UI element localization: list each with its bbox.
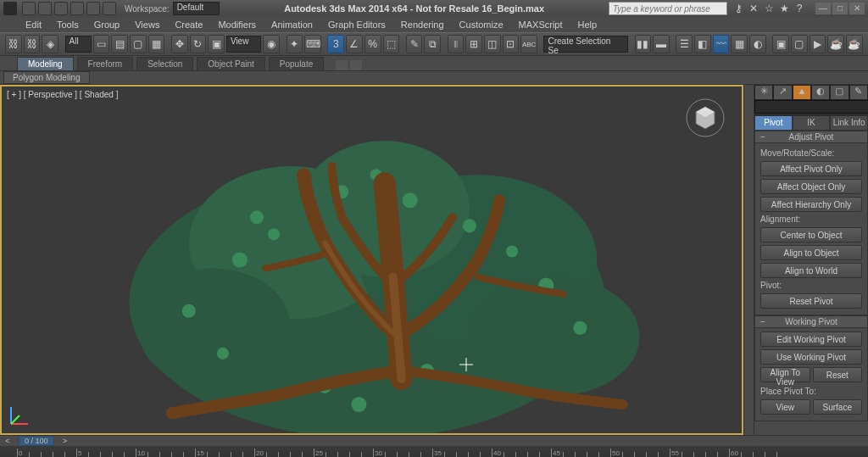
modify-tab-icon[interactable]: ↗ xyxy=(773,85,792,100)
edit-named-sel-icon[interactable]: ✎ xyxy=(406,35,423,53)
tab-modeling[interactable]: Modeling xyxy=(17,57,74,70)
panel-polygon-modeling[interactable]: Polygon Modeling xyxy=(3,71,90,84)
current-frame[interactable]: 0 / 100 xyxy=(19,436,54,446)
material-editor-icon[interactable]: ◐ xyxy=(749,35,766,53)
graphite-icon[interactable]: ◧ xyxy=(694,35,711,53)
render-prod-icon[interactable]: ▶ xyxy=(810,35,826,53)
tool-icon[interactable]: ✕ xyxy=(748,3,760,14)
new-icon[interactable] xyxy=(22,2,36,15)
object-name-input[interactable] xyxy=(754,100,868,114)
render-frame-icon[interactable]: ▢ xyxy=(791,35,808,53)
tab-populate[interactable]: Populate xyxy=(269,57,324,70)
redo-icon[interactable] xyxy=(86,2,100,15)
motion-tab-icon[interactable]: ◐ xyxy=(811,85,830,100)
rotate-icon[interactable]: ↻ xyxy=(190,35,207,53)
viewport-scrollbar[interactable] xyxy=(743,85,754,435)
project-icon[interactable] xyxy=(103,2,116,15)
keyboard-shortcut-icon[interactable]: ⌨ xyxy=(304,35,321,53)
undo-icon[interactable] xyxy=(70,2,84,15)
subtab-ik[interactable]: IK xyxy=(793,115,831,131)
reset-pivot-button[interactable]: Reset Pivot xyxy=(760,293,862,309)
time-slider-row[interactable]: < 0 / 100 > xyxy=(0,436,868,446)
abc-icon[interactable]: ABC xyxy=(520,35,537,53)
place-pivot-surface-button[interactable]: Surface xyxy=(813,399,863,415)
ribbon-opt-icon[interactable] xyxy=(350,60,362,70)
viewcube-icon[interactable] xyxy=(684,97,726,139)
percent-snap-icon[interactable]: % xyxy=(364,35,381,53)
ribbon-min-icon[interactable] xyxy=(336,60,348,70)
scale-icon[interactable]: ▣ xyxy=(208,35,225,53)
select-region-icon[interactable]: ▢ xyxy=(130,35,147,53)
favorite-icon[interactable]: ★ xyxy=(778,3,790,14)
teapot2-icon[interactable]: ☕ xyxy=(846,35,863,53)
track-bar[interactable]: 051015202530354045505560 xyxy=(0,446,868,457)
move-icon[interactable]: ✥ xyxy=(171,35,188,53)
link-icon[interactable]: ⛓ xyxy=(5,35,22,53)
utilities-tab-icon[interactable]: ✎ xyxy=(849,85,868,100)
menu-group[interactable]: Group xyxy=(94,20,120,30)
prev-frame-icon[interactable]: < xyxy=(3,437,12,445)
quick-align-icon[interactable]: ⊞ xyxy=(465,35,482,53)
app-logo-icon[interactable] xyxy=(3,2,17,15)
ref-coord-select[interactable]: View xyxy=(226,36,262,53)
reset-button[interactable]: Reset xyxy=(813,367,863,382)
close-button[interactable]: ✕ xyxy=(849,3,865,14)
affect-hierarchy-only-button[interactable]: Affect Hierarchy Only xyxy=(760,197,862,212)
center-to-object-button[interactable]: Center to Object xyxy=(760,227,862,242)
menu-views[interactable]: Views xyxy=(135,20,159,30)
render-setup-icon[interactable]: ▣ xyxy=(772,35,789,53)
select-object-icon[interactable]: ▭ xyxy=(93,35,110,53)
angle-snap-icon[interactable]: ∠ xyxy=(346,35,363,53)
open-icon[interactable] xyxy=(38,2,52,15)
viewport[interactable]: [ + ] [ Perspective ] [ Shaded ] xyxy=(0,85,743,435)
help-search-input[interactable] xyxy=(609,2,727,15)
align-to-object-button[interactable]: Align to Object xyxy=(760,245,862,260)
menu-customize[interactable]: Customize xyxy=(459,20,504,30)
snap-options-icon[interactable]: ⊡ xyxy=(503,35,520,53)
window-crossing-icon[interactable]: ▦ xyxy=(148,35,165,53)
named-sel-set[interactable]: Create Selection Se xyxy=(543,36,628,53)
mirror-icon[interactable]: ⧉ xyxy=(424,35,441,53)
curve-editor-icon[interactable]: 〰 xyxy=(713,35,730,53)
selection-filter[interactable]: All xyxy=(65,36,92,53)
layer-manager-icon[interactable]: ☰ xyxy=(676,35,693,53)
tab-freeform[interactable]: Freeform xyxy=(77,57,134,70)
key-icon[interactable]: ⚷ xyxy=(732,3,744,14)
menu-modifiers[interactable]: Modifiers xyxy=(218,20,256,30)
menu-rendering[interactable]: Rendering xyxy=(401,20,444,30)
menu-create[interactable]: Create xyxy=(175,20,203,30)
use-working-pivot-button[interactable]: Use Working Pivot xyxy=(760,349,862,365)
pivot-center-icon[interactable]: ◉ xyxy=(263,35,280,53)
mirror-tool-icon[interactable]: ▮▮ xyxy=(635,35,652,53)
display-tab-icon[interactable]: ▢ xyxy=(830,85,849,100)
align-to-world-button[interactable]: Align to World xyxy=(760,263,862,278)
snaps-toggle-icon[interactable]: ◫ xyxy=(484,35,501,53)
menu-edit[interactable]: Edit xyxy=(25,20,42,30)
tab-selection[interactable]: Selection xyxy=(136,57,193,70)
menu-maxscript[interactable]: MAXScript xyxy=(519,20,563,30)
align-tool-icon[interactable]: ▬ xyxy=(653,35,670,53)
help-icon[interactable]: ? xyxy=(793,3,805,14)
snap-toggle-icon[interactable]: 3 xyxy=(327,35,344,53)
subtab-pivot[interactable]: Pivot xyxy=(754,115,793,131)
menu-graph-editors[interactable]: Graph Editors xyxy=(328,20,386,30)
star-icon[interactable]: ☆ xyxy=(763,3,775,14)
menu-help[interactable]: Help xyxy=(578,20,598,30)
place-pivot-view-button[interactable]: View xyxy=(760,399,810,415)
bind-icon[interactable]: ◈ xyxy=(42,35,58,53)
menu-tools[interactable]: Tools xyxy=(57,20,79,30)
unlink-icon[interactable]: ⛓ xyxy=(24,35,41,53)
manipulate-icon[interactable]: ✦ xyxy=(287,35,303,53)
teapot-icon[interactable]: ☕ xyxy=(827,35,844,53)
workspace-select[interactable]: Default xyxy=(173,2,220,15)
affect-object-only-button[interactable]: Affect Object Only xyxy=(760,179,862,194)
create-tab-icon[interactable]: ✳ xyxy=(754,85,773,100)
hierarchy-tab-icon[interactable]: ▲ xyxy=(793,85,811,100)
select-name-icon[interactable]: ▤ xyxy=(111,35,128,53)
tab-object-paint[interactable]: Object Paint xyxy=(197,57,264,70)
edit-working-pivot-button[interactable]: Edit Working Pivot xyxy=(760,332,862,347)
rollout-adjust-pivot-header[interactable]: − Adjust Pivot xyxy=(754,131,868,143)
spinner-snap-icon[interactable]: ⬚ xyxy=(383,35,400,53)
subtab-link-info[interactable]: Link Info xyxy=(830,115,868,131)
schematic-icon[interactable]: ▦ xyxy=(731,35,748,53)
